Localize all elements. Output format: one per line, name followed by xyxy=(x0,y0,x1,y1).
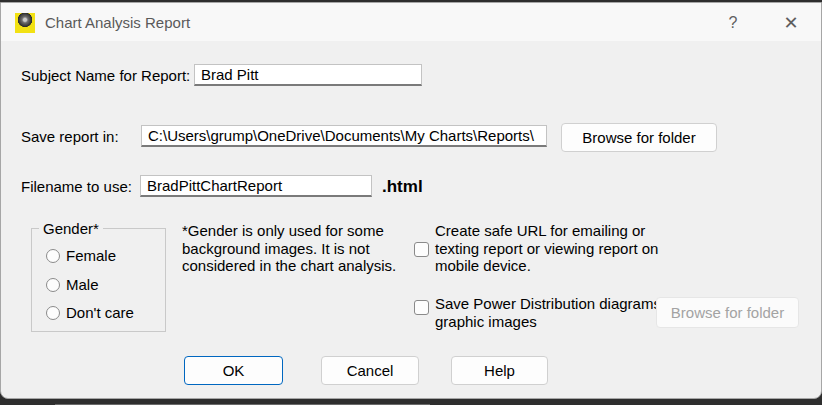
filename-label: Filename to use: xyxy=(21,178,132,195)
radio-female-label: Female xyxy=(66,247,116,264)
save-diagrams-checkbox-label[interactable]: Save Power Distribution diagrams as grap… xyxy=(435,295,687,330)
browse-for-folder-button[interactable]: Browse for folder xyxy=(561,123,717,152)
close-icon: ✕ xyxy=(783,12,798,34)
dialog-title: Chart Analysis Report xyxy=(45,14,190,31)
radio-option-dont-care[interactable]: Don't care xyxy=(46,304,134,321)
html-extension-label: .html xyxy=(382,177,423,197)
titlebar[interactable]: Chart Analysis Report ? ✕ xyxy=(1,3,821,41)
filename-input[interactable] xyxy=(140,175,372,197)
radio-option-male[interactable]: Male xyxy=(46,276,99,293)
save-report-in-label: Save report in: xyxy=(21,128,119,145)
radio-dont-care-icon[interactable] xyxy=(46,306,60,320)
chart-analysis-report-dialog: Chart Analysis Report ? ✕ Subject Name f… xyxy=(0,2,822,399)
desktop-background: Chart Analysis Report ? ✕ Subject Name f… xyxy=(0,0,822,405)
save-diagrams-checkbox[interactable] xyxy=(414,300,429,315)
radio-female-icon[interactable] xyxy=(46,249,60,263)
subject-name-input[interactable] xyxy=(194,64,422,86)
safe-url-checkbox[interactable] xyxy=(414,242,429,257)
close-button[interactable]: ✕ xyxy=(769,9,813,37)
ok-button[interactable]: OK xyxy=(184,356,283,385)
radio-male-icon[interactable] xyxy=(46,278,60,292)
radio-male-label: Male xyxy=(66,276,99,293)
gender-footnote: *Gender is only used for some background… xyxy=(182,222,400,275)
subject-name-label: Subject Name for Report: xyxy=(21,67,190,84)
titlebar-help-button[interactable]: ? xyxy=(713,9,753,37)
safe-url-checkbox-label[interactable]: Create safe URL for emailing or texting … xyxy=(435,222,683,275)
save-report-path-input[interactable] xyxy=(141,125,547,147)
gender-legend: Gender* xyxy=(39,220,103,237)
app-chart-wheel-icon xyxy=(15,13,35,33)
gender-groupbox: Gender* Female Male Don't care xyxy=(31,228,166,332)
diagrams-browse-for-folder-button: Browse for folder xyxy=(656,297,799,328)
radio-option-female[interactable]: Female xyxy=(46,247,116,264)
cancel-button[interactable]: Cancel xyxy=(321,356,419,385)
radio-dont-care-label: Don't care xyxy=(66,304,134,321)
question-icon: ? xyxy=(729,14,738,32)
help-button[interactable]: Help xyxy=(451,356,548,385)
